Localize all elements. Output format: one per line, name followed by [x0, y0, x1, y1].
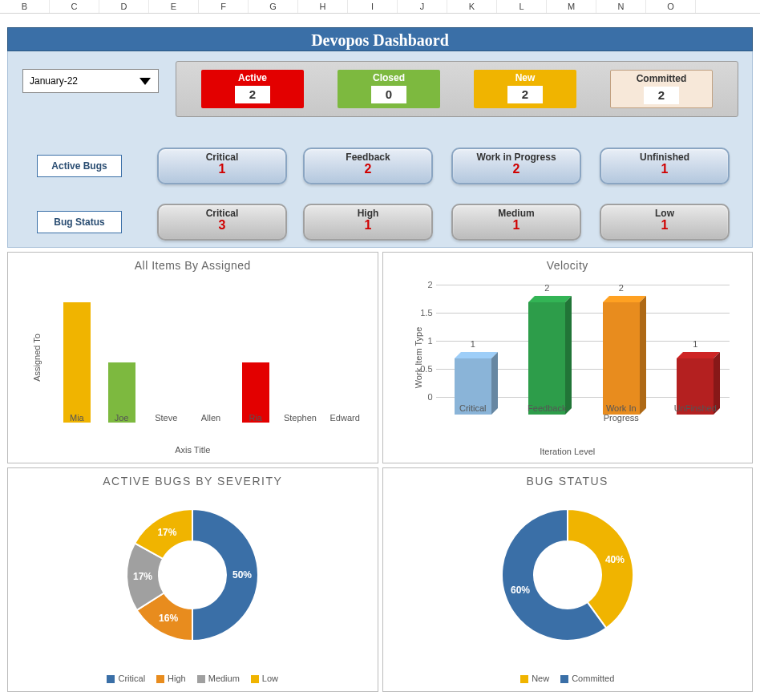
data-label: 1 — [677, 339, 714, 349]
column-header[interactable]: D — [99, 0, 149, 13]
chart-velocity: Velocity Work Item Type 00.511.521Critic… — [382, 252, 754, 463]
y-axis-label: Work Item Type — [414, 327, 423, 389]
dashboard-title: Devopos Dashbaord — [7, 27, 753, 51]
slice-label: 16% — [159, 613, 178, 625]
column-header[interactable]: K — [447, 0, 497, 13]
metric-button[interactable]: High1 — [303, 204, 433, 241]
chart-title: ACTIVE BUGS BY SEVERITY — [8, 475, 378, 488]
column-header[interactable]: E — [149, 0, 199, 13]
tick-label: 1 — [427, 336, 435, 346]
dashboard: Devopos Dashbaord January-22 Active 2 Cl… — [7, 27, 753, 692]
column-header[interactable]: I — [348, 0, 398, 13]
bar — [603, 302, 640, 415]
column-header[interactable]: H — [298, 0, 348, 13]
status-card-committed: Committed 2 — [610, 70, 713, 108]
chart-plot-area: 00.511.521Critical2Feedback2Work In Prog… — [436, 285, 730, 415]
column-header[interactable]: B — [0, 0, 50, 13]
x-axis-label: Axis Title — [8, 445, 378, 455]
data-label: 1 — [242, 351, 269, 361]
legend-item: New — [520, 674, 549, 683]
chevron-down-icon[interactable] — [137, 74, 153, 88]
chart-all-items: All Items By Assigned Assigned To 2Mia1J… — [7, 252, 378, 463]
category-label: UnFinshed — [667, 403, 723, 413]
date-filter-value: January-22 — [30, 75, 78, 87]
chart-legend: CriticalHighMediumLow — [8, 674, 378, 683]
column-header[interactable]: J — [398, 0, 447, 13]
column-header[interactable]: N — [596, 0, 646, 13]
data-label: 2 — [528, 283, 565, 293]
column-header[interactable]: L — [497, 0, 547, 13]
data-label: 1 — [108, 351, 135, 361]
metric-button[interactable]: Critical3 — [157, 204, 287, 241]
x-axis-label: Iteration Level — [383, 447, 753, 456]
chart-title: BUG STATUS — [383, 475, 753, 488]
column-header[interactable]: G — [249, 0, 298, 13]
legend-item: Committed — [560, 674, 614, 683]
tick-label: 0 — [427, 392, 435, 402]
status-card-closed: Closed 0 — [338, 70, 440, 108]
category-label: Ria — [234, 413, 277, 423]
chart-plot-area: 2Mia1Joe0Steve0Allen1Ria0Stephen0Edward — [55, 285, 365, 423]
status-card-active: Active 2 — [201, 70, 304, 108]
chart-bugstatus: BUG STATUS 40%60% NewCommitted — [382, 467, 754, 692]
chart-title: All Items By Assigned — [8, 259, 378, 272]
metric-button[interactable]: Work in Progress2 — [451, 148, 581, 184]
y-axis-label: Assigned To — [32, 334, 42, 382]
metric-button[interactable]: Medium1 — [451, 204, 581, 241]
tick-label: 0.5 — [420, 364, 435, 374]
bar — [63, 302, 91, 423]
metric-button[interactable]: Low1 — [600, 204, 730, 241]
column-header[interactable]: O — [646, 0, 696, 13]
active-bugs-label: Active Bugs — [37, 155, 122, 177]
slice-label: 40% — [605, 554, 625, 565]
column-header[interactable]: C — [50, 0, 99, 13]
category-label: Joe — [100, 413, 144, 423]
column-header[interactable]: M — [547, 0, 596, 13]
data-label: 2 — [63, 291, 91, 301]
legend-item: High — [156, 674, 186, 683]
category-label: Feedback — [519, 403, 575, 413]
slice-label: 50% — [232, 569, 252, 581]
category-label: Edward — [323, 413, 366, 423]
date-filter-dropdown[interactable]: January-22 — [22, 69, 159, 93]
category-label: Stephen — [278, 413, 321, 423]
tick-label: 1.5 — [420, 308, 435, 318]
category-label: Critical — [445, 403, 501, 413]
category-label: Mia — [55, 413, 99, 423]
status-card-new: New 2 — [474, 70, 576, 108]
data-label: 1 — [455, 339, 491, 349]
legend-item: Medium — [197, 674, 240, 683]
category-label: Allen — [189, 413, 232, 423]
legend-item: Critical — [107, 674, 145, 683]
chart-title: Velocity — [383, 259, 753, 272]
bug-status-label: Bug Status — [37, 211, 122, 233]
slice-label: 17% — [158, 527, 177, 538]
metric-button[interactable]: Unfinished1 — [600, 148, 730, 184]
donut-chart: 40%60% — [487, 495, 648, 655]
slice-label: 17% — [133, 571, 152, 582]
bar — [528, 302, 565, 415]
data-label: 2 — [603, 283, 640, 293]
metric-button[interactable]: Critical1 — [157, 148, 287, 184]
column-header[interactable]: F — [199, 0, 249, 13]
slice-label: 60% — [511, 585, 530, 597]
filter-panel: January-22 Active 2 Closed 0 New 2 Commi… — [7, 51, 753, 248]
category-label: Steve — [144, 413, 188, 423]
status-card-group: Active 2 Closed 0 New 2 Committed 2 — [176, 61, 738, 117]
tick-label: 2 — [427, 280, 435, 289]
chart-severity: ACTIVE BUGS BY SEVERITY 50%16%17%17% Cri… — [7, 467, 378, 692]
metric-button[interactable]: Feedback2 — [303, 148, 433, 184]
category-label: Work In Progress — [593, 403, 649, 423]
column-headers: BCDEFGHIJKLMNO — [0, 0, 760, 14]
donut-chart: 50%16%17%17% — [112, 495, 273, 655]
legend-item: Low — [251, 674, 278, 683]
chart-legend: NewCommitted — [383, 674, 753, 683]
